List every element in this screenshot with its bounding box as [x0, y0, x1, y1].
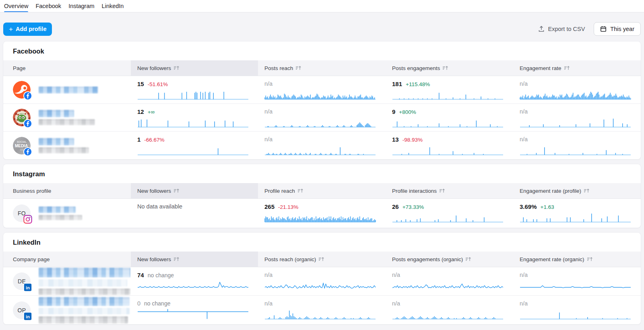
metric-value: n/a — [264, 108, 272, 115]
sort-icon[interactable] — [564, 65, 570, 71]
metric-delta: no change — [148, 272, 174, 278]
tab-bar: Overview Facebook Instagram LinkedIn — [0, 0, 644, 12]
metric-cell: n/a — [258, 104, 386, 131]
redacted-profile-name — [39, 110, 95, 125]
metric-value: n/a — [264, 272, 272, 278]
column-header-entity[interactable]: Company page — [3, 252, 131, 267]
column-header[interactable]: Posts reach — [258, 60, 386, 76]
profile-cell[interactable] — [3, 104, 131, 131]
metric-cell: n/a — [258, 132, 386, 159]
add-profile-button[interactable]: + Add profile — [3, 23, 52, 36]
metric-value: 265 — [264, 203, 275, 210]
profile-cell[interactable] — [3, 76, 131, 103]
metric-cell: n/a — [513, 104, 641, 131]
sparkline-chart — [137, 117, 249, 128]
sparkline-chart — [392, 309, 504, 320]
metric-delta: no change — [144, 300, 170, 307]
metric-value: 12 — [137, 108, 144, 115]
column-header[interactable]: New followers — [131, 183, 258, 198]
column-header[interactable]: Engagement rate (profile) — [513, 183, 641, 198]
tab-facebook[interactable]: Facebook — [35, 0, 61, 12]
section-title-linkedin: LinkedIn — [3, 233, 641, 252]
metric-value: 26 — [392, 203, 399, 210]
sparkline-chart — [264, 280, 376, 291]
sort-icon[interactable] — [587, 256, 593, 262]
sparkline-chart — [392, 280, 504, 291]
facebook-badge-icon — [23, 119, 32, 128]
redacted-profile-name — [39, 268, 130, 295]
sort-icon[interactable] — [442, 65, 448, 71]
tab-linkedin[interactable]: LinkedIn — [102, 0, 124, 12]
redacted-profile-name — [39, 297, 130, 324]
profile-cell[interactable]: SOCIALMEDIA101 — [3, 132, 131, 159]
redacted-profile-name — [39, 138, 89, 153]
sparkline-chart — [137, 89, 249, 100]
metric-cell: 181+115.48% — [386, 76, 513, 103]
metric-value: 74 — [137, 272, 144, 278]
plus-icon: + — [9, 26, 13, 33]
sort-icon[interactable] — [295, 65, 301, 71]
metric-delta: +1.63 — [541, 204, 554, 210]
export-icon — [538, 26, 545, 32]
column-header[interactable]: Posts engagements (organic) — [386, 252, 513, 267]
profile-cell[interactable]: OPin — [3, 296, 131, 324]
sort-icon[interactable] — [465, 256, 471, 262]
metric-cell: 3.69%+1.63 — [513, 199, 641, 228]
column-header[interactable]: Profile interactions — [386, 183, 513, 198]
sort-icon[interactable] — [584, 188, 590, 194]
section-title-facebook: Facebook — [3, 41, 641, 60]
metric-value: n/a — [264, 136, 272, 142]
metric-cell: n/a — [513, 76, 641, 103]
sort-icon[interactable] — [173, 188, 180, 194]
metric-value: n/a — [264, 300, 272, 307]
sparkline-chart — [520, 145, 631, 155]
svg-text:SOCIAL: SOCIAL — [17, 140, 27, 143]
table-row[interactable]: DEin74no changen/an/an/a — [3, 267, 641, 296]
sparkline-chart — [137, 309, 249, 320]
column-header[interactable]: Engagement rate (organic) — [513, 252, 641, 267]
metric-cell: 15-51.61% — [131, 76, 258, 103]
date-range-label: This year — [610, 26, 634, 32]
profile-cell[interactable]: FO — [3, 199, 131, 228]
metric-cell: 265-21.13% — [258, 199, 386, 228]
add-profile-label: Add profile — [16, 26, 47, 32]
sparkline-chart — [264, 89, 376, 100]
table-row[interactable]: 12+∞n/a9+800%n/a — [3, 104, 641, 132]
date-range-button[interactable]: This year — [594, 22, 641, 36]
export-csv-button[interactable]: Export to CSV — [538, 26, 585, 32]
column-header-entity[interactable]: Page — [3, 60, 131, 76]
table-row[interactable]: 15-51.61%n/a181+115.48%n/a — [3, 76, 641, 104]
column-header[interactable]: Engagement rate — [513, 60, 641, 76]
metric-value: n/a — [520, 136, 528, 142]
metric-cell: n/a — [258, 76, 386, 103]
sparkline-chart — [264, 145, 376, 155]
sparkline-chart — [392, 117, 504, 128]
column-header[interactable]: Profile reach — [258, 183, 386, 198]
sparkline-chart — [520, 212, 631, 223]
sparkline-chart — [137, 145, 249, 155]
metric-value: 13 — [392, 136, 399, 143]
metric-cell: 13-98.93% — [386, 132, 513, 159]
table-row[interactable]: OPin0no changen/an/an/a — [3, 296, 641, 324]
column-header[interactable]: New followers — [131, 60, 258, 76]
tab-instagram[interactable]: Instagram — [68, 0, 94, 12]
sort-icon[interactable] — [318, 256, 324, 262]
tab-overview[interactable]: Overview — [4, 0, 28, 12]
metric-cell: n/a — [386, 267, 513, 295]
metric-cell-empty: No data available — [131, 199, 258, 228]
sparkline-chart — [392, 212, 504, 223]
table-row[interactable]: SOCIALMEDIA1011-66.67%n/a13-98.93%n/a — [3, 132, 641, 159]
column-header-entity[interactable]: Business profile — [3, 183, 131, 198]
metric-delta: +800% — [399, 109, 416, 115]
column-header[interactable]: Posts reach (organic) — [258, 252, 386, 267]
sort-icon[interactable] — [439, 188, 445, 194]
column-header[interactable]: New followers — [131, 252, 258, 267]
profile-cell[interactable]: DEin — [3, 267, 131, 295]
table-row[interactable]: FONo data available265-21.13%26+73.33%3.… — [3, 199, 641, 228]
column-header[interactable]: Posts engagements — [386, 60, 513, 76]
metric-value: n/a — [392, 300, 400, 307]
sort-icon[interactable] — [297, 188, 303, 194]
sparkline-chart — [520, 309, 631, 320]
sort-icon[interactable] — [173, 65, 180, 71]
sort-icon[interactable] — [173, 256, 180, 262]
